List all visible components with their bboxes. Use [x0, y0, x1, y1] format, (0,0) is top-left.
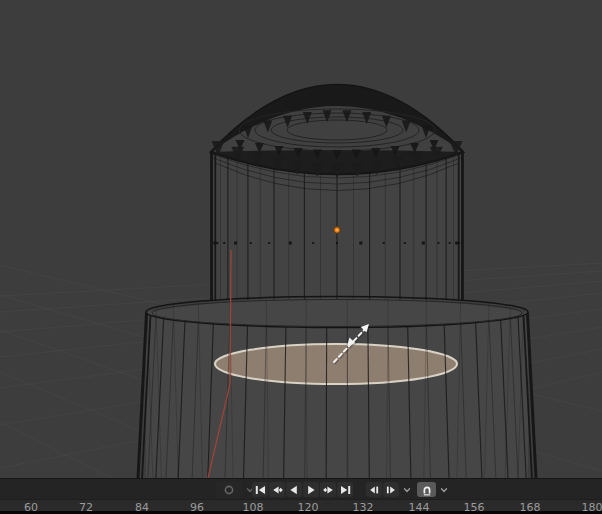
magnet-icon	[421, 484, 433, 496]
selected-face[interactable]	[215, 344, 457, 384]
chevron-down-icon	[401, 484, 413, 496]
viewport-canvas[interactable]	[0, 0, 602, 478]
skip-to-end-icon	[339, 484, 352, 496]
frame-forward-button[interactable]	[383, 482, 399, 497]
next-keyframe-icon	[322, 484, 335, 496]
timeline-ruler[interactable]: 60 72 84 96 108 120 132 144 156 168 180	[0, 499, 602, 514]
play-reverse-icon	[288, 484, 300, 496]
frame-back-icon	[368, 484, 380, 496]
snap-options-dropdown[interactable]	[437, 482, 450, 497]
timeline-header	[0, 478, 602, 499]
snap-group	[417, 482, 450, 497]
jump-to-start-button[interactable]	[252, 482, 268, 497]
snap-toggle-button[interactable]	[417, 482, 436, 497]
chevron-down-icon	[438, 484, 450, 496]
play-icon	[305, 484, 317, 496]
lower-cylinder-body	[146, 297, 528, 478]
play-button[interactable]	[303, 482, 319, 497]
next-keyframe-button[interactable]	[320, 482, 336, 497]
transport-controls	[252, 482, 353, 497]
jump-to-end-button[interactable]	[337, 482, 353, 497]
object-origin-dot	[334, 227, 340, 233]
3d-viewport[interactable]	[0, 0, 602, 478]
auto-key-group	[216, 482, 256, 497]
frame-step-group	[366, 482, 413, 497]
play-reverse-button[interactable]	[286, 482, 302, 497]
frame-back-button[interactable]	[366, 482, 382, 497]
skip-to-start-icon	[254, 484, 267, 496]
previous-keyframe-icon	[271, 484, 284, 496]
frame-step-options-dropdown[interactable]	[400, 482, 413, 497]
prev-keyframe-button[interactable]	[269, 482, 285, 497]
record-circle-icon	[223, 484, 235, 496]
auto-key-record-button[interactable]	[216, 482, 242, 497]
frame-forward-icon	[385, 484, 397, 496]
